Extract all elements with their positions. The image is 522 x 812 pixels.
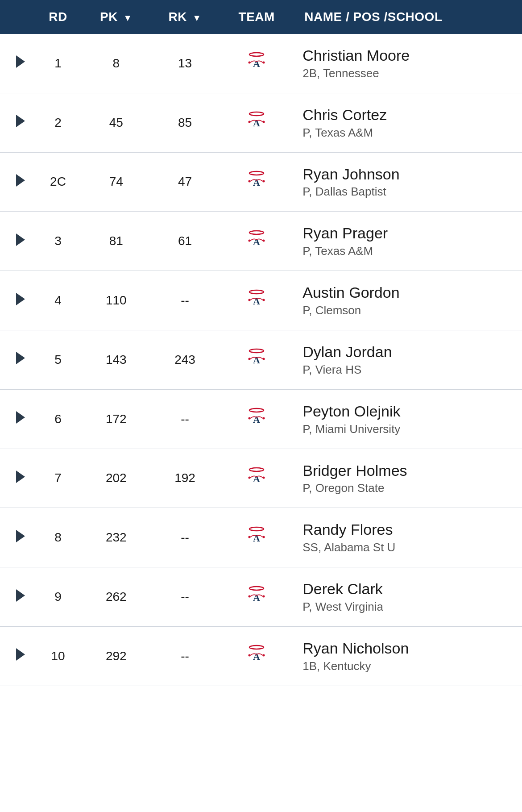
team-cell: A: [220, 152, 294, 212]
svg-point-34: [249, 536, 251, 538]
rd-cell: 1: [34, 34, 82, 93]
rd-cell: 6: [34, 389, 82, 449]
svg-text:A: A: [253, 177, 260, 188]
svg-text:A: A: [253, 354, 260, 366]
pk-cell: 292: [82, 626, 150, 686]
svg-point-15: [263, 239, 265, 242]
svg-point-22: [249, 358, 251, 360]
player-name: Ryan Nicholson: [302, 639, 515, 658]
team-cell: A: [220, 389, 294, 449]
player-detail: P, Clemson: [302, 304, 515, 317]
table-row: 3 81 61 A Ryan Prager P, Texas A&M: [0, 212, 522, 271]
name-cell: Ryan Prager P, Texas A&M: [294, 212, 522, 271]
team-cell: A: [220, 34, 294, 93]
svg-point-38: [249, 595, 251, 597]
player-detail: 2B, Tennessee: [302, 67, 515, 80]
rd-cell: 10: [34, 626, 82, 686]
svg-text:A: A: [253, 533, 260, 544]
play-button-cell[interactable]: [0, 93, 34, 152]
play-button-cell[interactable]: [0, 212, 34, 271]
table-row: 2 45 85 A Chris Cortez P, Texas A&M: [0, 93, 522, 152]
svg-point-39: [263, 595, 265, 597]
play-arrow-icon[interactable]: [16, 233, 25, 246]
play-button-cell[interactable]: [0, 626, 34, 686]
play-button-cell[interactable]: [0, 271, 34, 330]
pk-sort-icon[interactable]: ▼: [123, 13, 132, 23]
rk-sort-icon[interactable]: ▼: [192, 13, 201, 23]
player-name: Ryan Prager: [302, 224, 515, 242]
table-row: 4 110 -- A Austin Gordon P, Clemson: [0, 271, 522, 330]
svg-text:A: A: [253, 592, 260, 603]
play-button-cell[interactable]: [0, 34, 34, 93]
player-name: Bridger Holmes: [302, 462, 515, 480]
play-arrow-icon[interactable]: [16, 530, 25, 542]
play-arrow-icon[interactable]: [16, 293, 25, 305]
header-team: TEAM: [220, 0, 294, 34]
name-cell: Dylan Jordan P, Viera HS: [294, 330, 522, 389]
player-detail: P, Dallas Baptist: [302, 185, 515, 199]
play-button-cell[interactable]: [0, 152, 34, 212]
rd-cell: 4: [34, 271, 82, 330]
pk-cell: 262: [82, 567, 150, 627]
rk-cell: 85: [150, 93, 220, 152]
svg-point-7: [263, 121, 265, 123]
play-button-cell[interactable]: [0, 389, 34, 449]
play-arrow-icon[interactable]: [16, 352, 25, 364]
play-button-cell[interactable]: [0, 567, 34, 627]
svg-point-20: [249, 349, 264, 353]
svg-point-31: [263, 476, 265, 479]
pk-cell: 45: [82, 93, 150, 152]
svg-point-32: [249, 527, 264, 531]
rk-cell: --: [150, 271, 220, 330]
draft-table: RD PK ▼ RK ▼ TEAM NAME / POS /SCHOOL 1 8…: [0, 0, 522, 686]
player-name: Randy Flores: [302, 521, 515, 539]
svg-point-4: [249, 112, 264, 116]
svg-point-27: [263, 417, 265, 420]
player-name: Ryan Johnson: [302, 165, 515, 183]
play-arrow-icon[interactable]: [16, 648, 25, 661]
svg-point-6: [249, 121, 251, 123]
play-arrow-icon[interactable]: [16, 411, 25, 424]
rk-cell: 13: [150, 34, 220, 93]
team-cell: A: [220, 508, 294, 567]
team-cell: A: [220, 567, 294, 627]
player-name: Chris Cortez: [302, 106, 515, 124]
play-button-cell[interactable]: [0, 449, 34, 508]
play-button-cell[interactable]: [0, 330, 34, 389]
name-cell: Randy Flores SS, Alabama St U: [294, 508, 522, 567]
player-name: Derek Clark: [302, 580, 515, 598]
svg-point-24: [249, 408, 264, 412]
name-cell: Peyton Olejnik P, Miami University: [294, 389, 522, 449]
header-rk: RK ▼: [150, 0, 220, 34]
header-rd: RD: [34, 0, 82, 34]
rk-cell: --: [150, 508, 220, 567]
svg-point-43: [263, 654, 265, 657]
play-button-cell[interactable]: [0, 508, 34, 567]
player-detail: P, Texas A&M: [302, 244, 515, 258]
table-row: 8 232 -- A Randy Flores SS, Alabama St U: [0, 508, 522, 567]
header-empty: [0, 0, 34, 34]
name-cell: Derek Clark P, West Virginia: [294, 567, 522, 627]
name-cell: Bridger Holmes P, Oregon State: [294, 449, 522, 508]
play-arrow-icon[interactable]: [16, 115, 25, 127]
player-detail: P, Oregon State: [302, 481, 515, 495]
player-detail: SS, Alabama St U: [302, 541, 515, 554]
team-cell: A: [220, 449, 294, 508]
play-arrow-icon[interactable]: [16, 589, 25, 602]
team-cell: A: [220, 212, 294, 271]
player-name: Austin Gordon: [302, 283, 515, 302]
player-name: Peyton Olejnik: [302, 402, 515, 421]
svg-point-10: [249, 180, 251, 182]
play-arrow-icon[interactable]: [16, 174, 25, 187]
name-cell: Christian Moore 2B, Tennessee: [294, 34, 522, 93]
svg-text:A: A: [253, 473, 260, 484]
play-arrow-icon[interactable]: [16, 471, 25, 483]
pk-cell: 81: [82, 212, 150, 271]
table-row: 10 292 -- A Ryan Nicholson 1B, Kentucky: [0, 626, 522, 686]
svg-text:A: A: [253, 58, 260, 69]
svg-point-11: [263, 180, 265, 182]
rd-cell: 7: [34, 449, 82, 508]
name-cell: Ryan Johnson P, Dallas Baptist: [294, 152, 522, 212]
table-row: 6 172 -- A Peyton Olejnik P, Miami Unive…: [0, 389, 522, 449]
play-arrow-icon[interactable]: [16, 55, 25, 68]
